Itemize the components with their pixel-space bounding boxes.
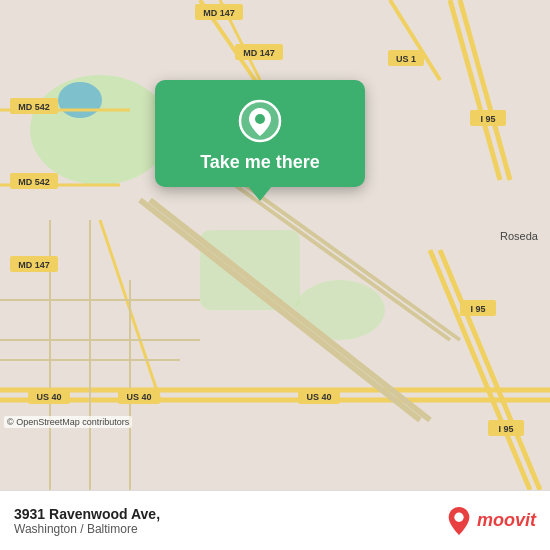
moovit-logo: moovit bbox=[446, 506, 536, 536]
svg-text:MD 147: MD 147 bbox=[203, 8, 235, 18]
address-block: 3931 Ravenwood Ave, Washington / Baltimo… bbox=[14, 506, 160, 536]
map-attribution: © OpenStreetMap contributors bbox=[4, 416, 132, 428]
moovit-brand-text: moovit bbox=[477, 510, 536, 531]
svg-text:I 95: I 95 bbox=[470, 304, 485, 314]
map-view: MD 542 MD 542 MD 147 MD 147 MD 147 US 1 … bbox=[0, 0, 550, 490]
svg-point-54 bbox=[255, 114, 265, 124]
svg-text:MD 147: MD 147 bbox=[243, 48, 275, 58]
svg-text:I 95: I 95 bbox=[498, 424, 513, 434]
svg-text:MD 542: MD 542 bbox=[18, 177, 50, 187]
svg-text:I 95: I 95 bbox=[480, 114, 495, 124]
svg-text:MD 542: MD 542 bbox=[18, 102, 50, 112]
address-line: 3931 Ravenwood Ave, bbox=[14, 506, 160, 522]
take-me-there-button[interactable]: Take me there bbox=[155, 80, 365, 187]
take-me-there-label: Take me there bbox=[200, 152, 320, 173]
svg-point-2 bbox=[58, 82, 102, 118]
svg-text:US 40: US 40 bbox=[126, 392, 151, 402]
svg-text:US 40: US 40 bbox=[306, 392, 331, 402]
bottom-info-bar: 3931 Ravenwood Ave, Washington / Baltimo… bbox=[0, 490, 550, 550]
svg-text:MD 147: MD 147 bbox=[18, 260, 50, 270]
moovit-pin-icon bbox=[446, 506, 472, 536]
svg-text:US 40: US 40 bbox=[36, 392, 61, 402]
svg-rect-3 bbox=[200, 230, 300, 310]
svg-text:US 1: US 1 bbox=[396, 54, 416, 64]
svg-point-55 bbox=[454, 512, 463, 521]
svg-text:Roseda: Roseda bbox=[500, 230, 539, 242]
city-line: Washington / Baltimore bbox=[14, 522, 160, 536]
svg-point-1 bbox=[30, 75, 170, 185]
location-pin-icon bbox=[237, 98, 283, 144]
